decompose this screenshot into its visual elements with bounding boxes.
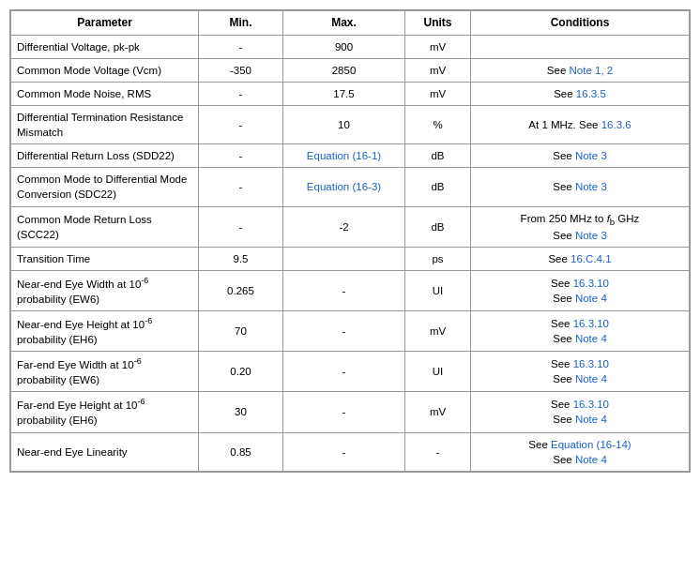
cell-units: %	[405, 106, 471, 144]
conditions-link[interactable]: 16.3.10	[573, 399, 609, 410]
cell-units: ps	[405, 248, 471, 271]
cell-parameter: Transition Time	[11, 248, 199, 271]
conditions-link[interactable]: 16.C.4.1	[571, 253, 611, 264]
cell-parameter: Common Mode to Differential Mode Convers…	[11, 168, 199, 206]
spec-table-wrapper: Parameter Min. Max. Units Conditions Dif…	[9, 9, 691, 473]
cell-units: mV	[405, 311, 471, 352]
cell-max: -2	[283, 206, 405, 248]
cell-conditions: See 16.C.4.1	[471, 248, 690, 271]
conditions-link2[interactable]: Note 4	[575, 333, 607, 344]
table-row: Transition Time9.5psSee 16.C.4.1	[11, 248, 690, 271]
cell-min: -	[199, 82, 283, 105]
cell-units: dB	[405, 206, 471, 248]
cell-max: 17.5	[283, 82, 405, 105]
cell-conditions	[471, 35, 690, 58]
cell-parameter: Differential Voltage, pk-pk	[11, 35, 199, 58]
header-conditions: Conditions	[471, 11, 690, 36]
cell-conditions: See 16.3.10See Note 4	[471, 352, 690, 392]
max-link[interactable]: Equation (16-1)	[307, 150, 381, 161]
conditions-link[interactable]: 16.3.5	[576, 88, 606, 99]
cell-parameter: Far-end Eye Width at 10-6 probability (E…	[11, 352, 199, 392]
cell-max: -	[283, 311, 405, 352]
cell-min: -	[199, 144, 283, 168]
cell-max: 900	[283, 35, 405, 58]
cell-parameter: Near-end Eye Linearity	[11, 432, 199, 471]
cell-min: 70	[199, 311, 283, 352]
table-row: Common Mode Noise, RMS-17.5mVSee 16.3.5	[11, 82, 690, 105]
conditions-link[interactable]: 16.3.6	[601, 119, 632, 130]
cell-units: mV	[405, 35, 471, 58]
table-row: Differential Termination Resistance Mism…	[11, 106, 690, 144]
cell-max: -	[283, 432, 405, 471]
conditions-link2[interactable]: Note 4	[575, 414, 607, 425]
table-row: Far-end Eye Height at 10-6 probability (…	[11, 392, 690, 432]
cell-max: -	[283, 392, 405, 432]
cell-max: 2850	[283, 58, 405, 82]
cell-conditions: See 16.3.5	[471, 82, 690, 105]
conditions-link[interactable]: 16.3.10	[573, 358, 609, 369]
cell-conditions: From 250 MHz to fb GHzSee Note 3	[471, 206, 690, 248]
cell-min: -	[199, 206, 283, 248]
cell-max: -	[283, 352, 405, 392]
cell-max: -	[283, 271, 405, 311]
cell-conditions: See Note 3	[471, 168, 690, 206]
cell-units: mV	[405, 392, 471, 432]
cell-parameter: Differential Return Loss (SDD22)	[11, 144, 199, 168]
cell-units: UI	[405, 352, 471, 392]
cell-min: -350	[199, 58, 283, 82]
cell-parameter: Differential Termination Resistance Mism…	[11, 106, 199, 144]
cell-min: -	[199, 106, 283, 144]
cell-parameter: Far-end Eye Height at 10-6 probability (…	[11, 392, 199, 432]
max-link[interactable]: Equation (16-3)	[307, 181, 381, 192]
conditions-link[interactable]: Note 3	[575, 230, 607, 241]
conditions-link2[interactable]: Note 4	[575, 454, 607, 465]
cell-max	[283, 248, 405, 271]
cell-min: 30	[199, 392, 283, 432]
cell-min: 0.20	[199, 352, 283, 392]
cell-conditions: See Note 1, 2	[471, 58, 690, 82]
cell-conditions: At 1 MHz. See 16.3.6	[471, 106, 690, 144]
conditions-link[interactable]: 16.3.10	[573, 318, 609, 329]
cell-units: dB	[405, 144, 471, 168]
cell-conditions: See 16.3.10See Note 4	[471, 311, 690, 352]
cell-parameter: Common Mode Noise, RMS	[11, 82, 199, 105]
cell-min: 0.85	[199, 432, 283, 471]
cell-units: dB	[405, 168, 471, 206]
conditions-link2[interactable]: Note 4	[575, 293, 607, 304]
conditions-link[interactable]: Note 3	[575, 181, 607, 192]
cell-parameter: Near-end Eye Width at 10-6 probability (…	[11, 271, 199, 311]
header-parameter: Parameter	[11, 11, 199, 36]
cell-parameter: Common Mode Return Loss (SCC22)	[11, 206, 199, 248]
table-row: Differential Return Loss (SDD22)-Equatio…	[11, 144, 690, 168]
cell-min: -	[199, 35, 283, 58]
cell-units: mV	[405, 82, 471, 105]
conditions-link2[interactable]: Note 4	[575, 373, 607, 384]
table-row: Near-end Eye Width at 10-6 probability (…	[11, 271, 690, 311]
conditions-link[interactable]: Equation (16-14)	[551, 439, 632, 450]
conditions-link[interactable]: 16.3.10	[573, 278, 609, 289]
table-row: Differential Voltage, pk-pk-900mV	[11, 35, 690, 58]
header-max: Max.	[283, 11, 405, 36]
header-min: Min.	[199, 11, 283, 36]
table-row: Common Mode to Differential Mode Convers…	[11, 168, 690, 206]
table-row: Near-end Eye Linearity0.85--See Equation…	[11, 432, 690, 471]
conditions-link[interactable]: Note 1, 2	[570, 65, 614, 76]
cell-max: Equation (16-3)	[283, 168, 405, 206]
cell-min: 9.5	[199, 248, 283, 271]
conditions-link[interactable]: Note 3	[575, 150, 607, 161]
table-row: Common Mode Voltage (Vcm)-3502850mVSee N…	[11, 58, 690, 82]
cell-conditions: See 16.3.10See Note 4	[471, 392, 690, 432]
cell-max: 10	[283, 106, 405, 144]
spec-table: Parameter Min. Max. Units Conditions Dif…	[10, 10, 690, 472]
cell-conditions: See Note 3	[471, 144, 690, 168]
cell-conditions: See 16.3.10See Note 4	[471, 271, 690, 311]
cell-parameter: Common Mode Voltage (Vcm)	[11, 58, 199, 82]
cell-min: 0.265	[199, 271, 283, 311]
table-row: Common Mode Return Loss (SCC22)--2dBFrom…	[11, 206, 690, 248]
cell-units: UI	[405, 271, 471, 311]
header-units: Units	[405, 11, 471, 36]
cell-min: -	[199, 168, 283, 206]
cell-units: mV	[405, 58, 471, 82]
table-row: Far-end Eye Width at 10-6 probability (E…	[11, 352, 690, 392]
cell-max: Equation (16-1)	[283, 144, 405, 168]
